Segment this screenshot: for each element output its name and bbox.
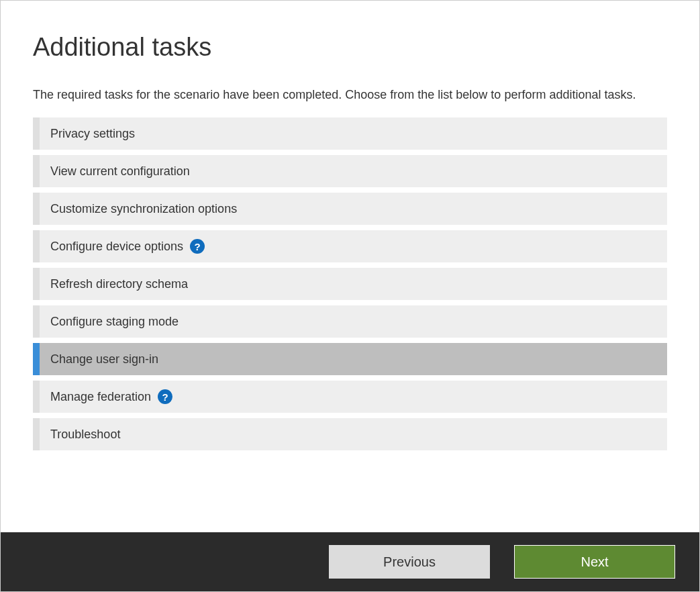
previous-button[interactable]: Previous xyxy=(329,545,490,579)
task-indicator xyxy=(33,418,40,450)
task-indicator xyxy=(33,268,40,300)
task-item-customize-synchronization-options[interactable]: Customize synchronization options xyxy=(33,193,667,225)
task-label: Change user sign-in xyxy=(40,352,158,366)
next-button[interactable]: Next xyxy=(514,545,675,579)
task-list: Privacy settingsView current configurati… xyxy=(33,117,667,450)
task-indicator xyxy=(33,155,40,187)
task-indicator xyxy=(33,381,40,413)
help-icon[interactable]: ? xyxy=(158,389,172,404)
task-item-view-current-configuration[interactable]: View current configuration xyxy=(33,155,667,187)
page-description: The required tasks for the scenario have… xyxy=(33,86,667,104)
task-label: Privacy settings xyxy=(40,127,135,141)
task-label: Manage federation xyxy=(40,390,151,404)
task-item-refresh-directory-schema[interactable]: Refresh directory schema xyxy=(33,268,667,300)
task-indicator xyxy=(33,343,40,375)
task-label: Troubleshoot xyxy=(40,428,120,442)
task-item-privacy-settings[interactable]: Privacy settings xyxy=(33,117,667,150)
task-indicator xyxy=(33,193,40,225)
help-icon[interactable]: ? xyxy=(190,239,205,254)
task-item-configure-staging-mode[interactable]: Configure staging mode xyxy=(33,305,667,338)
page-title: Additional tasks xyxy=(33,33,667,62)
task-indicator xyxy=(33,117,40,150)
task-indicator xyxy=(33,230,40,262)
task-indicator xyxy=(33,305,40,338)
task-label: View current configuration xyxy=(40,164,190,179)
task-item-troubleshoot[interactable]: Troubleshoot xyxy=(33,418,667,450)
main-content: Additional tasks The required tasks for … xyxy=(1,1,699,450)
task-item-configure-device-options[interactable]: Configure device options? xyxy=(33,230,667,262)
task-label: Customize synchronization options xyxy=(40,202,237,216)
task-label: Configure staging mode xyxy=(40,315,179,329)
task-item-change-user-sign-in[interactable]: Change user sign-in xyxy=(33,343,667,375)
footer-bar: Previous Next xyxy=(1,532,699,591)
task-label: Configure device options xyxy=(40,240,183,254)
task-label: Refresh directory schema xyxy=(40,277,188,291)
task-item-manage-federation[interactable]: Manage federation? xyxy=(33,381,667,413)
